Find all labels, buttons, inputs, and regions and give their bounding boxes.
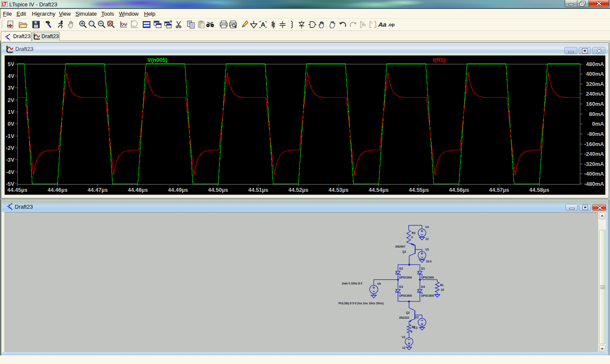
- svg-text:V5: V5: [377, 282, 381, 285]
- svg-text:-80mA: -80mA: [587, 131, 604, 137]
- svg-text:UPSC600: UPSC600: [421, 276, 434, 279]
- svg-text:V(n005): V(n005): [147, 57, 167, 63]
- svg-text:I(R1): I(R1): [433, 57, 445, 63]
- svg-text:4: 4: [410, 330, 412, 333]
- svg-text:Q2: Q2: [406, 311, 410, 314]
- svg-text:2N2907: 2N2907: [395, 245, 405, 248]
- svg-text:V4: V4: [425, 226, 429, 229]
- svg-text:44.55µs: 44.55µs: [409, 187, 429, 193]
- svg-text:2N2222: 2N2222: [399, 316, 409, 319]
- svg-text:400mA: 400mA: [586, 71, 604, 77]
- svg-text:D3: D3: [399, 285, 403, 288]
- svg-text:4V: 4V: [8, 73, 14, 79]
- svg-text:44.56µs: 44.56µs: [449, 187, 469, 193]
- svg-text:-240mA: -240mA: [584, 151, 604, 157]
- svg-text:0mA: 0mA: [592, 121, 604, 127]
- svg-text:.op: .op: [388, 22, 395, 27]
- svg-text:V2: V2: [415, 316, 419, 319]
- svg-text:V3: V3: [425, 248, 429, 251]
- svg-text:10: 10: [441, 288, 444, 291]
- svg-text:44.58µs: 44.58µs: [529, 187, 549, 193]
- svg-text:-160mA: -160mA: [584, 141, 604, 147]
- svg-text:PULSE(-5 5 0 2ns 2ns 10ns 20ns: PULSE(-5 5 0 2ns 2ns 10ns 20ns): [338, 302, 384, 305]
- svg-text:1V: 1V: [8, 109, 14, 115]
- svg-text:UPSC600: UPSC600: [421, 294, 434, 297]
- svg-text:44.47µs: 44.47µs: [88, 187, 108, 193]
- svg-text:44.46µs: 44.46µs: [47, 187, 67, 193]
- svg-text:12: 12: [402, 346, 406, 349]
- svg-text:V1: V1: [402, 336, 406, 339]
- svg-text:R2: R2: [412, 325, 416, 328]
- svg-text:R1: R1: [440, 284, 444, 287]
- svg-text:R3: R3: [412, 232, 416, 234]
- svg-text:A: A: [261, 21, 266, 28]
- svg-text:44.49µs: 44.49µs: [168, 187, 188, 193]
- svg-text:Aa: Aa: [378, 21, 386, 28]
- svg-text:D2: D2: [399, 267, 403, 270]
- svg-text:44.50µs: 44.50µs: [208, 187, 228, 193]
- svg-text:-320mA: -320mA: [584, 161, 604, 167]
- svg-text:480mA: 480mA: [586, 61, 604, 67]
- svg-text:10.3: 10.3: [426, 260, 431, 263]
- svg-text:-1V: -1V: [6, 133, 15, 139]
- svg-text:320mA: 320mA: [586, 81, 604, 87]
- svg-text:44.51µs: 44.51µs: [248, 187, 268, 193]
- svg-text:-4V: -4V: [6, 169, 15, 175]
- svg-text:44.53µs: 44.53µs: [329, 187, 349, 193]
- svg-text:12: 12: [425, 237, 429, 240]
- svg-text:44.52µs: 44.52µs: [288, 187, 308, 193]
- svg-text:UPSC600: UPSC600: [399, 294, 412, 297]
- svg-text:-2V: -2V: [6, 145, 15, 151]
- svg-text:80mA: 80mA: [589, 111, 604, 117]
- svg-text:5V: 5V: [8, 61, 14, 67]
- svg-text:2V: 2V: [8, 97, 14, 103]
- svg-text:44.54µs: 44.54µs: [369, 187, 388, 193]
- svg-text:D1: D1: [421, 267, 425, 270]
- svg-text:-5V: -5V: [6, 181, 15, 187]
- svg-text:.tran 0 100u 8 0: .tran 0 100u 8 0: [341, 282, 362, 285]
- svg-text:160mA: 160mA: [586, 101, 604, 107]
- svg-text:44.48µs: 44.48µs: [128, 187, 148, 193]
- svg-text:-400mA: -400mA: [584, 171, 604, 177]
- svg-text:4: 4: [411, 236, 413, 239]
- svg-text:44.45µs: 44.45µs: [7, 187, 27, 193]
- svg-text:Q1: Q1: [402, 250, 406, 254]
- svg-text:m: m: [362, 22, 366, 27]
- svg-text:240mA: 240mA: [586, 91, 604, 97]
- svg-text:3V: 3V: [8, 85, 14, 91]
- svg-text:-3V: -3V: [6, 157, 15, 163]
- svg-text:UPSC600: UPSC600: [399, 276, 412, 279]
- svg-text:44.57µs: 44.57µs: [489, 187, 509, 193]
- svg-text:0V: 0V: [8, 121, 14, 127]
- svg-text:D4: D4: [421, 285, 425, 288]
- svg-text:-480mA: -480mA: [584, 181, 604, 187]
